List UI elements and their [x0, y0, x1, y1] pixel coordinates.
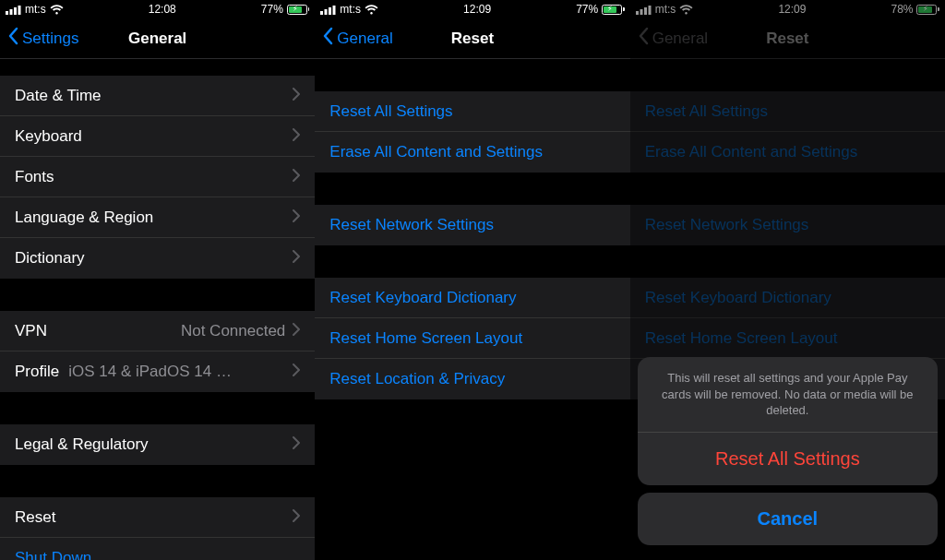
- svg-rect-0: [6, 11, 8, 15]
- nav-bar: Settings General: [0, 18, 315, 59]
- chevron-back-icon: [638, 27, 649, 50]
- svg-rect-5: [325, 9, 328, 15]
- row-reset-all-settings[interactable]: Reset All Settings: [315, 91, 629, 132]
- chevron-right-icon: [293, 508, 300, 527]
- row-reset[interactable]: Reset: [0, 497, 315, 538]
- svg-rect-11: [648, 6, 651, 15]
- carrier-label: mt:s: [25, 3, 46, 16]
- battery-icon: ⚡︎: [602, 5, 625, 15]
- chevron-back-icon: [7, 27, 18, 50]
- row-legal-regulatory[interactable]: Legal & Regulatory: [0, 424, 315, 465]
- battery-percent-label: 78%: [891, 3, 913, 16]
- sheet-cancel-button[interactable]: Cancel: [638, 493, 938, 545]
- group-reset-network: Reset Network Settings: [630, 205, 945, 245]
- svg-rect-2: [14, 7, 17, 15]
- clock-label: 12:09: [463, 3, 491, 16]
- signal-icon: [636, 5, 652, 15]
- content-scroll[interactable]: Reset All Settings Erase All Content and…: [315, 59, 629, 399]
- group-reset-all: Reset All Settings Erase All Content and…: [315, 91, 629, 173]
- chevron-right-icon: [293, 249, 300, 268]
- battery-icon: ⚡︎: [916, 5, 939, 15]
- row-reset-network-settings: Reset Network Settings: [630, 205, 945, 245]
- svg-rect-6: [329, 7, 331, 15]
- row-reset-keyboard-dictionary: Reset Keyboard Dictionary: [630, 278, 945, 318]
- wifi-icon: [679, 5, 693, 15]
- row-reset-home-screen-layout[interactable]: Reset Home Screen Layout: [315, 318, 629, 359]
- group-reset-other: Reset Keyboard Dictionary Reset Home Scr…: [315, 278, 629, 399]
- screen-reset: mt:s 12:09 77% ⚡︎ General Reset Reset Al…: [315, 0, 629, 560]
- back-button[interactable]: Settings: [0, 27, 78, 50]
- nav-title: Reset: [766, 30, 808, 48]
- back-label: Settings: [22, 30, 78, 48]
- status-bar: mt:s 12:09 77% ⚡︎: [315, 0, 629, 18]
- row-vpn[interactable]: VPNNot Connected: [0, 311, 315, 351]
- chevron-back-icon: [322, 27, 333, 50]
- group-reset-all: Reset All Settings Erase All Content and…: [630, 91, 945, 173]
- battery-percent-label: 77%: [576, 3, 598, 16]
- sheet-cancel-group: Cancel: [638, 493, 938, 545]
- row-reset-location-privacy[interactable]: Reset Location & Privacy: [315, 359, 629, 399]
- battery-percent-label: 77%: [261, 3, 283, 16]
- row-erase-all-content: Erase All Content and Settings: [630, 132, 945, 173]
- wifi-icon: [50, 5, 64, 15]
- svg-rect-10: [644, 7, 647, 15]
- group-vpn: VPNNot Connected ProfileiOS 14 & iPadOS …: [0, 311, 315, 392]
- back-button[interactable]: General: [630, 27, 708, 50]
- row-dictionary[interactable]: Dictionary: [0, 238, 315, 279]
- content-scroll[interactable]: Date & Time Keyboard Fonts Language & Re…: [0, 59, 315, 560]
- chevron-right-icon: [293, 363, 300, 381]
- sheet-reset-button[interactable]: Reset All Settings: [638, 433, 938, 485]
- nav-bar: General Reset: [630, 18, 945, 59]
- sheet-message: This will reset all settings and your Ap…: [638, 357, 938, 433]
- row-shut-down[interactable]: Shut Down: [0, 538, 315, 560]
- group-reset-network: Reset Network Settings: [315, 205, 629, 245]
- svg-rect-8: [636, 11, 639, 15]
- signal-icon: [320, 5, 336, 15]
- back-button[interactable]: General: [315, 27, 392, 50]
- svg-rect-9: [640, 9, 642, 15]
- status-bar: mt:s 12:09 78% ⚡︎: [630, 0, 945, 18]
- row-reset-network-settings[interactable]: Reset Network Settings: [315, 205, 629, 245]
- row-reset-keyboard-dictionary[interactable]: Reset Keyboard Dictionary: [315, 278, 629, 318]
- chevron-right-icon: [293, 435, 300, 454]
- status-bar: mt:s 12:08 77% ⚡︎: [0, 0, 315, 18]
- nav-title: Reset: [451, 30, 494, 48]
- action-sheet: This will reset all settings and your Ap…: [638, 357, 938, 553]
- sheet-main-group: This will reset all settings and your Ap…: [638, 357, 938, 485]
- nav-bar: General Reset: [315, 18, 629, 59]
- carrier-label: mt:s: [340, 3, 361, 16]
- screen-general: mt:s 12:08 77% ⚡︎ Settings General Date …: [0, 0, 315, 560]
- back-label: General: [652, 30, 708, 48]
- clock-label: 12:08: [149, 3, 176, 16]
- group-datetime: Date & Time Keyboard Fonts Language & Re…: [0, 76, 315, 279]
- clock-label: 12:09: [778, 3, 806, 16]
- chevron-right-icon: [293, 127, 300, 146]
- row-reset-home-screen-layout: Reset Home Screen Layout: [630, 318, 945, 359]
- battery-icon: ⚡︎: [287, 5, 310, 15]
- row-erase-all-content[interactable]: Erase All Content and Settings: [315, 132, 629, 173]
- row-fonts[interactable]: Fonts: [0, 157, 315, 197]
- signal-icon: [6, 5, 21, 15]
- svg-rect-3: [18, 6, 21, 15]
- back-label: General: [337, 30, 392, 48]
- chevron-right-icon: [293, 168, 300, 186]
- row-language-region[interactable]: Language & Region: [0, 197, 315, 238]
- group-reset: Reset Shut Down: [0, 497, 315, 560]
- svg-rect-7: [333, 6, 336, 15]
- screen-reset-confirm: mt:s 12:09 78% ⚡︎ General Reset Reset Al…: [630, 0, 945, 560]
- row-reset-all-settings: Reset All Settings: [630, 91, 945, 132]
- row-date-time[interactable]: Date & Time: [0, 76, 315, 116]
- content-scroll: Reset All Settings Erase All Content and…: [630, 59, 945, 399]
- nav-title: General: [128, 30, 186, 48]
- svg-rect-4: [320, 11, 323, 15]
- chevron-right-icon: [293, 209, 300, 227]
- row-keyboard[interactable]: Keyboard: [0, 116, 315, 157]
- wifi-icon: [365, 5, 378, 15]
- chevron-right-icon: [293, 322, 300, 340]
- svg-rect-1: [10, 9, 13, 15]
- row-profile[interactable]: ProfileiOS 14 & iPadOS 14 Beta Softwar..…: [0, 351, 315, 392]
- group-legal: Legal & Regulatory: [0, 424, 315, 465]
- carrier-label: mt:s: [655, 3, 676, 16]
- chevron-right-icon: [293, 87, 300, 105]
